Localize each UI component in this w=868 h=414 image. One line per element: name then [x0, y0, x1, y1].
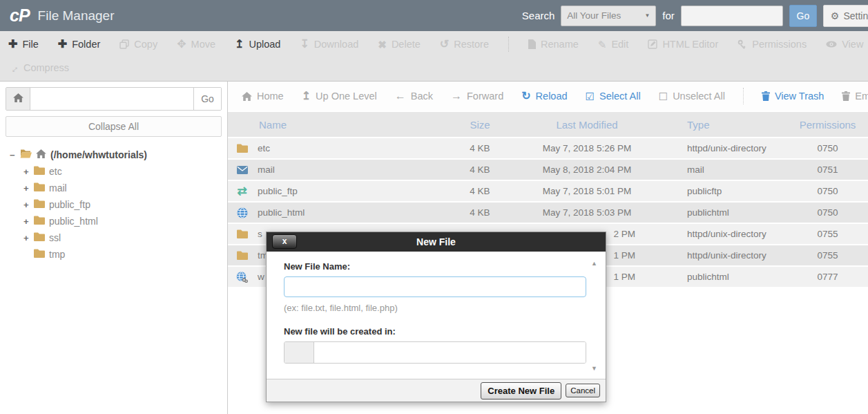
nav-item-back[interactable]: ←Back [395, 91, 433, 102]
expand-plus-icon[interactable]: + [23, 216, 30, 227]
folder-icon [34, 232, 45, 243]
nav-item-up-one-level[interactable]: ↥Up One Level [302, 91, 377, 102]
expand-plus-icon[interactable]: + [23, 233, 30, 243]
file-type: httpd/unix-directory [649, 250, 787, 261]
collapse-minus-icon[interactable]: − [10, 150, 16, 160]
file-type: httpd/unix-directory [649, 229, 787, 239]
search-input[interactable] [681, 6, 783, 26]
nav-item-forward[interactable]: →Forward [451, 91, 503, 102]
created-in-label: New file will be created in: [284, 326, 575, 337]
create-new-file-button[interactable]: Create New File [481, 382, 561, 399]
file-last-modified: May 7, 2018 5:26 PM [525, 143, 649, 153]
scroll-up-icon[interactable]: ▲ [591, 260, 597, 267]
toolbar-item-file[interactable]: ✚File [8, 39, 39, 50]
location-input[interactable] [314, 342, 586, 363]
file-manager-app: cP File Manager Search All Your Files ▼ … [0, 0, 868, 414]
home-icon-button[interactable] [284, 342, 314, 363]
key-icon [737, 39, 747, 49]
toolbar-item-delete[interactable]: ✖Delete [378, 39, 421, 50]
file-permissions: 0751 [787, 164, 868, 175]
nav-item-select-all[interactable]: ☑Select All [586, 91, 641, 102]
toolbar-item-upload[interactable]: ↥Upload [235, 39, 280, 50]
tree-item-public_ftp[interactable]: +public_ftp [23, 199, 222, 210]
dialog-titlebar: x New File [267, 232, 606, 252]
pencil-icon: ✎ [598, 39, 607, 50]
file-last-modified: May 7, 2018 5:03 PM [525, 207, 649, 218]
envelope-icon [236, 166, 248, 174]
toolbar-item-compress[interactable]: ↔Compress [8, 62, 69, 73]
column-header-name[interactable]: Name [228, 119, 435, 131]
nav-item-reload[interactable]: ↻Reload [521, 91, 567, 102]
trash-icon [762, 91, 770, 101]
file-type: mail [649, 164, 787, 175]
toolbar-item-rename[interactable]: Rename [528, 39, 579, 50]
toolbar-item-copy[interactable]: Copy [119, 39, 157, 50]
table-row[interactable]: etc4 KBMay 7, 2018 5:26 PMhttpd/unix-dir… [228, 138, 868, 158]
path-bar: Go [6, 87, 222, 111]
scroll-down-icon[interactable]: ▼ [591, 365, 597, 372]
column-header-type[interactable]: Type [649, 119, 787, 131]
dialog-scrollbar[interactable]: ▲ ▼ [589, 260, 599, 372]
toolbar-item-restore[interactable]: ↺Restore [440, 39, 489, 50]
search-scope-select[interactable]: All Your Files ▼ [561, 6, 656, 26]
folder-icon [34, 166, 45, 177]
table-row[interactable]: ⇄public_ftp4 KBMay 7, 2018 5:01 PMpublic… [228, 181, 868, 201]
search-scope-value: All Your Files [567, 10, 621, 21]
file-size: 4 KB [435, 207, 525, 218]
table-row[interactable]: public_html4 KBMay 7, 2018 5:03 PMpublic… [228, 203, 868, 223]
nav-item-home[interactable]: Home [242, 91, 284, 102]
eye-icon [826, 41, 837, 48]
upload-icon: ↥ [235, 39, 244, 50]
file-name: w [258, 272, 264, 282]
toolbar-divider [508, 37, 509, 52]
tree-item-etc[interactable]: +etc [23, 166, 222, 177]
expand-plus-icon[interactable]: + [23, 167, 30, 177]
directory-tree: − (/home/whwtutorials) +etc+mail+public_… [6, 149, 222, 260]
search-go-button[interactable]: Go [789, 5, 817, 27]
toolbar-item-edit[interactable]: ✎Edit [598, 39, 629, 50]
column-header-size[interactable]: Size [435, 119, 525, 131]
toolbar-item-permissions[interactable]: Permissions [737, 39, 807, 50]
close-button[interactable]: x [272, 234, 297, 249]
table-row[interactable]: mail4 KBMay 8, 2018 2:04 PMmail0751 [228, 160, 868, 180]
toolbar-row-1: ✚File✚FolderCopy✥Move↥Upload↧Download✖De… [8, 32, 868, 56]
dialog-footer: Create New File Cancel [267, 379, 606, 402]
location-input-group [284, 341, 586, 364]
forward-icon: → [451, 91, 462, 102]
file-permissions: 0755 [787, 229, 868, 239]
toolbar-item-download[interactable]: ↧Download [300, 39, 358, 50]
path-input[interactable] [30, 88, 193, 110]
path-go-button[interactable]: Go [193, 88, 221, 110]
nav-item-unselect-all[interactable]: ☐Unselect All [659, 91, 725, 102]
collapse-all-button[interactable]: Collapse All [6, 116, 222, 137]
expand-plus-icon[interactable]: + [23, 183, 30, 194]
new-file-name-label: New File Name: [284, 261, 575, 272]
nav-divider [743, 88, 744, 104]
nav-item-empty-trash[interactable]: Empty Trash [842, 91, 868, 102]
toolbar-item-html-editor[interactable]: HTML Editor [648, 39, 718, 50]
home-icon-button[interactable] [6, 88, 30, 110]
tree-item-public_html[interactable]: +public_html [23, 216, 222, 227]
file-permissions: 0777 [787, 272, 868, 282]
file-name: public_html [258, 207, 305, 218]
nav-item-view-trash[interactable]: View Trash [762, 91, 824, 102]
tree-item-mail[interactable]: +mail [23, 182, 222, 194]
toolbar-item-view[interactable]: View [826, 39, 863, 50]
copy-icon [119, 39, 129, 49]
cancel-button[interactable]: Cancel [566, 384, 600, 397]
column-header-last-modified[interactable]: Last Modified [525, 119, 649, 131]
chevron-down-icon: ▼ [644, 12, 650, 19]
file-permissions: 0750 [787, 143, 868, 153]
expand-plus-icon[interactable]: + [23, 200, 30, 210]
settings-button[interactable]: ⚙ Settings [823, 5, 868, 27]
folder-icon [34, 249, 45, 260]
toolbar-item-move[interactable]: ✥Move [177, 39, 215, 50]
tree-item-ssl[interactable]: +ssl [23, 232, 222, 243]
tree-item-tmp[interactable]: tmp [23, 249, 222, 260]
toolbar-item-folder[interactable]: ✚Folder [58, 39, 101, 50]
file-name: etc [258, 143, 270, 153]
column-header-permissions[interactable]: Permissions [787, 119, 868, 131]
tree-root-home[interactable]: − (/home/whwtutorials) [10, 149, 222, 160]
folder-icon [236, 229, 248, 238]
new-file-name-input[interactable] [284, 276, 586, 297]
